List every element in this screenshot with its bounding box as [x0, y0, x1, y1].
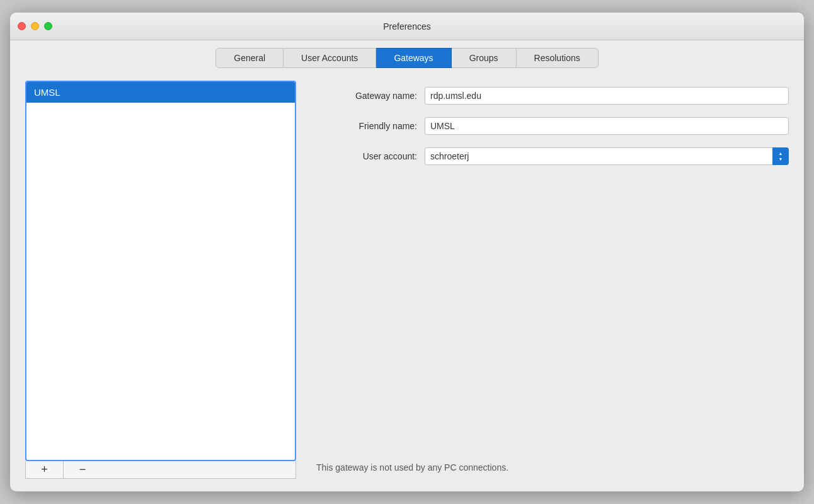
- window-title: Preferences: [383, 21, 430, 32]
- user-account-select[interactable]: schroeterj: [425, 147, 789, 165]
- right-panel: Gateway name: Friendly name: User accoun…: [316, 81, 789, 479]
- tab-gateways[interactable]: Gateways: [376, 48, 451, 68]
- gateway-name-row: Gateway name:: [316, 87, 789, 105]
- left-panel: UMSL + −: [25, 81, 296, 479]
- minimize-button[interactable]: [31, 22, 39, 30]
- maximize-button[interactable]: [44, 22, 52, 30]
- tab-general[interactable]: General: [215, 48, 284, 68]
- tab-user-accounts[interactable]: User Accounts: [284, 48, 376, 68]
- friendly-name-input[interactable]: [425, 117, 789, 135]
- title-bar: Preferences: [10, 13, 804, 40]
- gateway-name-label: Gateway name:: [316, 91, 417, 101]
- gateway-list[interactable]: UMSL: [25, 81, 296, 461]
- user-account-label: User account:: [316, 151, 417, 161]
- preferences-window: Preferences General User Accounts Gatewa…: [10, 13, 804, 491]
- remove-gateway-button[interactable]: −: [64, 461, 101, 478]
- gateway-item-umsl[interactable]: UMSL: [26, 82, 295, 103]
- tab-groups[interactable]: Groups: [452, 48, 517, 68]
- status-text: This gateway is not used by any PC conne…: [316, 462, 789, 479]
- content-area: UMSL + − Gateway name: Friendly name: Us…: [10, 68, 804, 491]
- window-controls: [18, 22, 52, 30]
- list-controls: + −: [25, 461, 296, 479]
- user-account-select-wrapper: schroeterj: [425, 147, 789, 165]
- tab-bar: General User Accounts Gateways Groups Re…: [10, 40, 804, 68]
- user-account-row: User account: schroeterj: [316, 147, 789, 165]
- gateway-name-input[interactable]: [425, 87, 789, 105]
- tab-resolutions[interactable]: Resolutions: [517, 48, 599, 68]
- friendly-name-label: Friendly name:: [316, 121, 417, 131]
- close-button[interactable]: [18, 22, 26, 30]
- friendly-name-row: Friendly name:: [316, 117, 789, 135]
- add-gateway-button[interactable]: +: [26, 461, 64, 478]
